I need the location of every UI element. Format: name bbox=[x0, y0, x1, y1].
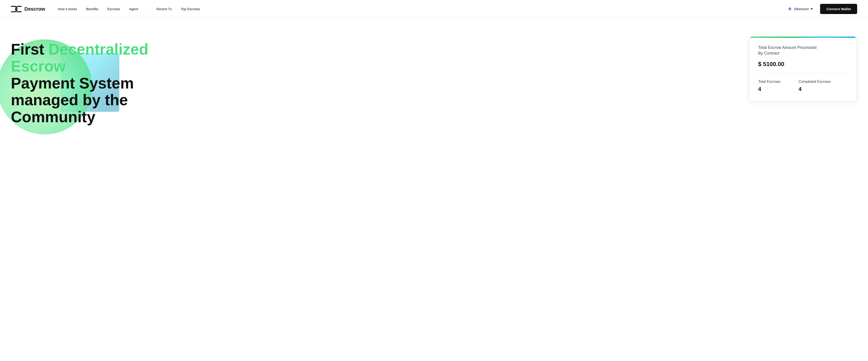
stats-title-line2: By Contract bbox=[758, 51, 779, 55]
nav-top-escrows[interactable]: Top Escrows bbox=[181, 7, 200, 11]
navbar: Descrow How it works Benefits Escrows Ag… bbox=[0, 0, 868, 18]
hero-left: First Decentralized Escrow Payment Syste… bbox=[11, 36, 164, 126]
total-escrows-value: 4 bbox=[758, 86, 780, 92]
nav-links: How it works Benefits Escrows Agent Rece… bbox=[58, 6, 787, 12]
network-name: Ethereum bbox=[794, 7, 809, 11]
stats-row: Total Escrows 4 Completed Escrows 4 bbox=[758, 80, 848, 92]
logo-text: Descrow bbox=[24, 6, 45, 12]
stats-total-escrows: Total Escrows 4 bbox=[758, 80, 780, 92]
stats-completed-escrows: Completed Escrows 4 bbox=[799, 80, 831, 92]
hero-title: First Decentralized Escrow Payment Syste… bbox=[11, 41, 164, 126]
ethereum-icon bbox=[787, 6, 792, 11]
logo-icon bbox=[11, 4, 22, 13]
hero-right: Total Escrow Amount Processed By Contrac… bbox=[749, 36, 857, 102]
nav-right: Ethereum Connect Wallet bbox=[787, 4, 857, 14]
stats-card-title: Total Escrow Amount Processed By Contrac… bbox=[758, 45, 848, 56]
total-escrows-label: Total Escrows bbox=[758, 80, 780, 84]
completed-escrows-value: 4 bbox=[799, 86, 831, 92]
hero-section: First Decentralized Escrow Payment Syste… bbox=[0, 18, 868, 136]
logo-link[interactable]: Descrow bbox=[11, 4, 45, 13]
network-selector[interactable]: Ethereum bbox=[787, 6, 813, 11]
stats-card: Total Escrow Amount Processed By Contrac… bbox=[749, 36, 857, 102]
nav-benefits[interactable]: Benefits bbox=[86, 7, 98, 11]
chevron-down-icon bbox=[811, 8, 813, 10]
completed-escrows-label: Completed Escrows bbox=[799, 80, 831, 84]
nav-recent-tx[interactable]: Recent Tx bbox=[156, 7, 172, 11]
stats-amount: $ 5100.00 bbox=[758, 61, 848, 68]
connect-wallet-button[interactable]: Connect Wallet bbox=[820, 4, 857, 14]
stats-title-line1: Total Escrow Amount Processed bbox=[758, 45, 816, 50]
nav-how-it-works[interactable]: How it works bbox=[58, 7, 77, 11]
nav-agent[interactable]: Agent bbox=[129, 7, 138, 11]
nav-escrows[interactable]: Escrows bbox=[107, 7, 120, 11]
hero-title-prefix: First bbox=[11, 40, 49, 58]
hero-title-suffix: Payment System managed by the Community bbox=[11, 75, 134, 126]
